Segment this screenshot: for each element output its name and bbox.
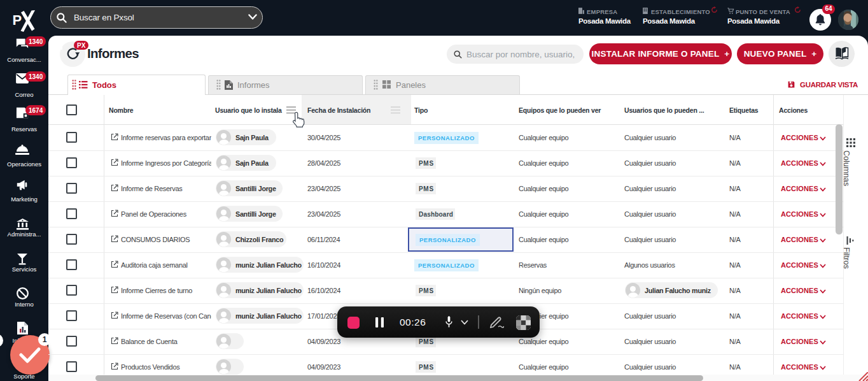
svg-text:P: P bbox=[13, 12, 22, 28]
